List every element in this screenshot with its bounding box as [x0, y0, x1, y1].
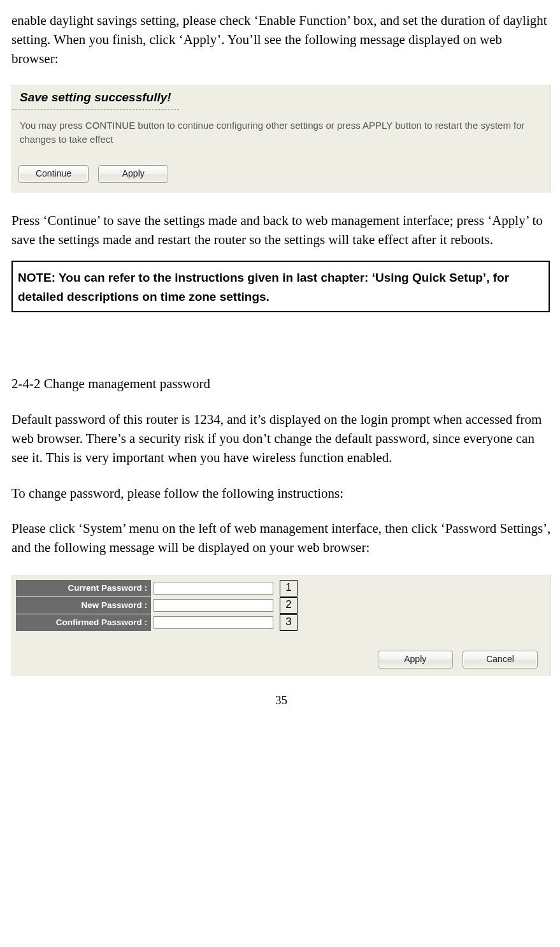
callout-3: 3: [280, 614, 298, 631]
confirmed-password-label: Confirmed Password :: [16, 614, 151, 631]
section-heading: 2-4-2 Change management password: [11, 375, 551, 394]
apply-button[interactable]: Apply: [98, 165, 168, 183]
new-password-input[interactable]: [154, 599, 273, 612]
after-save-paragraph: Press ‘Continue’ to save the settings ma…: [11, 212, 551, 250]
confirmed-password-input[interactable]: [154, 616, 273, 629]
new-password-label: New Password :: [16, 597, 151, 614]
callout-1: 1: [280, 580, 298, 596]
new-password-row: New Password : 2: [16, 597, 547, 614]
intro-paragraph: enable daylight savings setting, please …: [11, 11, 551, 68]
password-navigation-paragraph: Please click ‘System’ menu on the left o…: [11, 519, 551, 558]
callout-2: 2: [280, 597, 298, 614]
current-password-row: Current Password : 1: [16, 580, 547, 596]
current-password-label: Current Password :: [16, 580, 151, 596]
save-success-title: Save setting successfully!: [12, 85, 179, 110]
note-box: NOTE: You can refer to the instructions …: [11, 261, 550, 312]
password-cancel-button[interactable]: Cancel: [463, 651, 538, 669]
save-success-message: You may press CONTINUE button to continu…: [12, 110, 550, 163]
current-password-input[interactable]: [154, 582, 273, 595]
password-instruction-lead: To change password, please follow the fo…: [11, 484, 551, 503]
password-intro-paragraph: Default password of this router is 1234,…: [11, 410, 551, 467]
password-form-panel: Current Password : 1 New Password : 2 Co…: [11, 575, 551, 676]
page-number: 35: [11, 692, 551, 709]
confirmed-password-row: Confirmed Password : 3: [16, 614, 547, 631]
password-apply-button[interactable]: Apply: [378, 651, 453, 669]
save-success-panel: Save setting successfully! You may press…: [11, 85, 551, 192]
continue-button[interactable]: Continue: [18, 165, 89, 183]
